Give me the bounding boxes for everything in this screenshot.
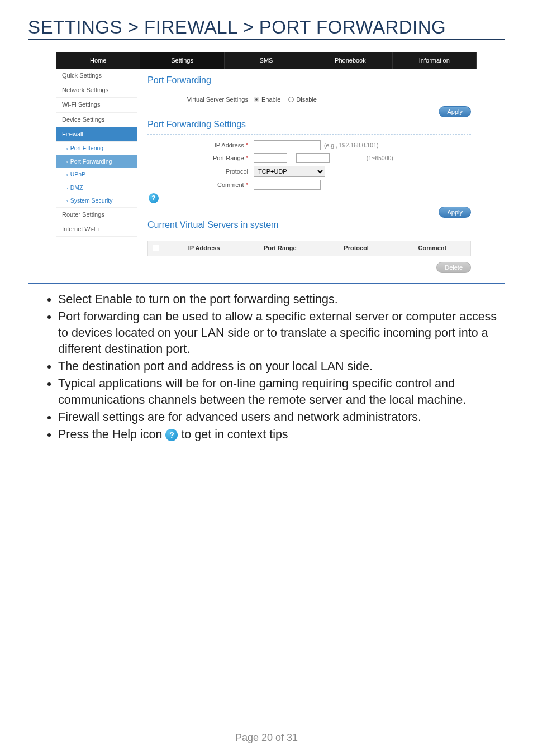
- divider: [147, 134, 471, 135]
- sidebar-sub-label: UPnP: [70, 171, 85, 178]
- divider: [147, 90, 471, 90]
- label-virtual-server-settings: Virtual Server Settings: [147, 96, 254, 103]
- list-item: The destination port and address is on y…: [58, 358, 505, 375]
- tab-settings[interactable]: Settings: [140, 52, 224, 69]
- sidebar-item-quick-settings[interactable]: Quick Settings: [56, 69, 137, 83]
- instruction-list: Select Enable to turn on the port forwar…: [28, 291, 505, 443]
- port-range-dash: -: [291, 155, 293, 161]
- list-item: Select Enable to turn on the port forwar…: [58, 291, 505, 308]
- divider: [147, 235, 471, 235]
- label-ip-address: IP Address: [147, 142, 254, 149]
- sidebar-sub-label: System Security: [70, 197, 113, 204]
- delete-button[interactable]: Delete: [436, 262, 471, 273]
- section-title-current-servers: Current Virtual Servers in system: [147, 218, 471, 233]
- port-range-hint: (1~65000): [367, 155, 393, 161]
- sidebar-sub-port-forwarding[interactable]: ›Port Forwarding: [56, 155, 137, 169]
- sidebar-item-internet-wifi[interactable]: Internet Wi-Fi: [56, 222, 137, 237]
- sidebar-item-firewall[interactable]: Firewall: [56, 127, 137, 142]
- sidebar-sub-label: Port Forwarding: [70, 158, 112, 165]
- ip-address-hint: (e.g., 192.168.0.101): [324, 142, 379, 149]
- tab-phonebook[interactable]: Phonebook: [308, 52, 392, 69]
- sidebar-item-router-settings[interactable]: Router Settings: [56, 208, 137, 222]
- label-protocol: Protocol: [147, 168, 254, 175]
- th-comment: Comment: [394, 241, 470, 256]
- sidebar-item-device-settings[interactable]: Device Settings: [56, 113, 137, 127]
- radio-disable-label: Disable: [296, 96, 317, 103]
- th-port-range: Port Range: [242, 241, 318, 256]
- help-icon[interactable]: ?: [149, 193, 159, 203]
- radio-enable-label: Enable: [261, 96, 280, 103]
- select-all-checkbox[interactable]: [153, 245, 159, 251]
- sidebar-sub-label: Port Filtering: [70, 145, 104, 151]
- sidebar-sub-system-security[interactable]: ›System Security: [56, 194, 137, 208]
- apply-button-top[interactable]: Apply: [439, 106, 471, 117]
- list-item-text-a: Press the Help icon: [58, 428, 165, 441]
- tab-home[interactable]: Home: [56, 52, 140, 69]
- radio-disable[interactable]: [288, 97, 294, 102]
- sidebar-sub-dmz[interactable]: ›DMZ: [56, 181, 137, 195]
- breadcrumb-title: SETTINGS > FIREWALL > PORT FORWARDING: [28, 17, 505, 40]
- list-item-text-b: to get in context tips: [181, 428, 288, 441]
- comment-input[interactable]: [254, 180, 321, 190]
- settings-sidebar: Quick Settings Network Settings Wi-Fi Se…: [56, 69, 137, 273]
- section-title-port-forwarding: Port Forwarding: [147, 73, 471, 89]
- main-panel: Port Forwarding Virtual Server Settings …: [137, 69, 477, 273]
- apply-button-bottom[interactable]: Apply: [439, 207, 471, 218]
- tab-sms[interactable]: SMS: [225, 52, 308, 69]
- tab-information[interactable]: Information: [393, 52, 477, 69]
- router-ui-screenshot: Home Settings SMS Phonebook Information …: [28, 47, 505, 284]
- top-nav: Home Settings SMS Phonebook Information: [56, 52, 477, 69]
- port-range-to-input[interactable]: [296, 153, 330, 163]
- list-item: Typical applications will be for on-line…: [58, 376, 505, 408]
- sidebar-item-wifi-settings[interactable]: Wi-Fi Settings: [56, 98, 137, 112]
- label-port-range: Port Range: [147, 155, 254, 161]
- sidebar-sub-port-filtering[interactable]: ›Port Filtering: [56, 142, 137, 155]
- protocol-select[interactable]: TCP+UDP: [254, 166, 325, 177]
- help-icon: ?: [165, 429, 178, 441]
- th-ip-address: IP Address: [166, 241, 242, 256]
- th-protocol: Protocol: [318, 241, 394, 256]
- sidebar-sub-label: DMZ: [70, 184, 83, 191]
- virtual-server-radio-group: Enable Disable: [254, 96, 471, 103]
- section-title-pf-settings: Port Forwarding Settings: [147, 117, 471, 133]
- sidebar-item-network-settings[interactable]: Network Settings: [56, 83, 137, 98]
- radio-enable[interactable]: [254, 97, 259, 102]
- label-comment: Comment: [147, 181, 254, 188]
- virtual-servers-table-header: IP Address Port Range Protocol Comment: [147, 241, 471, 256]
- sidebar-sub-upnp[interactable]: ›UPnP: [56, 168, 137, 181]
- list-item: Port forwarding can be used to allow a s…: [58, 309, 505, 357]
- list-item: Firewall settings are for advanced users…: [58, 409, 505, 425]
- list-item: Press the Help icon ? to get in context …: [58, 427, 505, 443]
- ip-address-input[interactable]: [254, 140, 321, 150]
- port-range-from-input[interactable]: [254, 153, 287, 163]
